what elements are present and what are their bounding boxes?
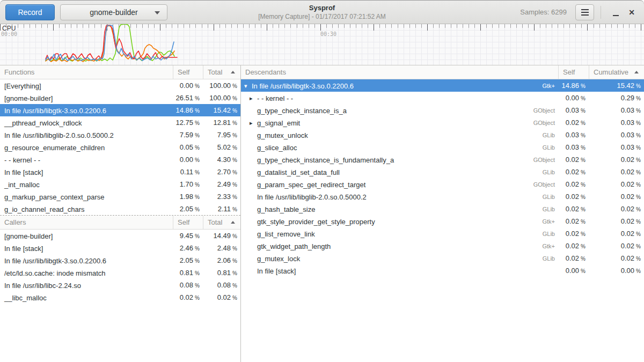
function-name: - - kernel - - — [257, 92, 293, 105]
descendants-table-row[interactable]: g_list_remove_linkGLib0.02%0.02% — [241, 227, 644, 240]
functions-table-row[interactable]: _int_malloc1.70%2.49% — [0, 178, 240, 190]
descendants-self-column-header[interactable]: Self — [558, 65, 589, 79]
function-name: In file [stack] — [0, 242, 173, 255]
function-name: g_hash_table_size — [257, 203, 315, 216]
callers-total-column-header[interactable]: Total — [203, 216, 240, 229]
functions-table-row[interactable]: g_resource_enumerate_children0.05%5.02% — [0, 141, 240, 153]
descendants-table-row[interactable]: g_mutex_lockGLib0.02%0.02% — [241, 252, 644, 264]
total-percent: 5.02% — [203, 141, 240, 154]
functions-table-row[interactable]: g_markup_parse_context_parse1.98%2.33% — [0, 190, 240, 203]
descendants-table-row[interactable]: g_param_spec_get_redirect_targetGObject0… — [241, 178, 644, 190]
functions-table-row[interactable]: [gnome-builder]26.51%100.00% — [0, 92, 240, 104]
functions-table-row[interactable]: g_io_channel_read_chars2.05%2.11% — [0, 203, 240, 215]
functions-column-header[interactable]: Functions — [0, 65, 173, 79]
function-name: __libc_malloc — [0, 292, 173, 304]
descendants-table-row[interactable]: In file [stack]0.00%0.00% — [241, 264, 644, 277]
percent-sign: % — [636, 231, 641, 237]
percent-sign: % — [232, 206, 237, 212]
cpu-timeline-graph[interactable]: CPU 00:00 00:30 — [0, 24, 644, 65]
function-name: gtk_style_provider_get_style_property — [257, 216, 375, 228]
function-name: g_param_spec_get_redirect_target — [257, 179, 365, 191]
callers-table-row[interactable]: __libc_malloc0.02%0.02% — [0, 291, 240, 304]
callers-self-column-header[interactable]: Self — [173, 216, 203, 229]
cumulative-percent: 0.03% — [589, 116, 644, 129]
sort-ascending-icon — [634, 71, 639, 73]
menu-button[interactable] — [575, 4, 594, 20]
total-percent: 2.70% — [203, 166, 240, 179]
function-name: gtk_widget_path_length — [257, 240, 331, 253]
functions-self-column-header[interactable]: Self — [173, 65, 203, 79]
function-name-cell: ▾In file /usr/lib/libgtk-3.so.0.2200.6Gt… — [241, 80, 558, 92]
percent-sign: % — [581, 169, 586, 175]
target-process-dropdown[interactable]: gnome-builder — [60, 4, 167, 20]
callers-table-row[interactable]: In file /usr/lib/libc-2.24.so0.08%0.08% — [0, 279, 240, 291]
percent-sign: % — [636, 268, 641, 274]
function-name: In file /usr/lib/libc-2.24.so — [0, 279, 173, 292]
function-name: In file /usr/lib/libglib-2.0.so.0.5000.2 — [257, 191, 367, 203]
functions-table-row[interactable]: In file [stack]0.11%2.70% — [0, 166, 240, 178]
descendants-column-header[interactable]: Descendants — [241, 65, 558, 79]
cumulative-percent: 0.02% — [589, 166, 644, 179]
functions-table-row[interactable]: [Everything]0.00%100.00% — [0, 79, 240, 92]
expander-closed-icon[interactable]: ▸ — [250, 117, 257, 129]
percent-sign: % — [581, 219, 586, 225]
descendants-table-row[interactable]: g_type_check_instance_is_aGObject0.03%0.… — [241, 104, 644, 116]
percent-sign: % — [581, 194, 586, 200]
descendants-table-row[interactable]: g_hash_table_sizeGLib0.02%0.02% — [241, 203, 644, 215]
descendants-pane: Descendants Self Cumulative ▾In file /us… — [241, 65, 644, 362]
function-name: g_slice_alloc — [257, 142, 297, 154]
expander-closed-icon[interactable]: ▸ — [250, 92, 257, 105]
callers-column-header[interactable]: Callers — [0, 216, 173, 229]
functions-table-row[interactable]: - - kernel - -0.00%4.30% — [0, 153, 240, 166]
percent-sign: % — [581, 132, 586, 138]
self-percent: 0.02% — [558, 203, 589, 216]
function-name: [gnome-builder] — [0, 92, 173, 105]
function-name: g_type_check_instance_is_fundamentally_a — [257, 154, 394, 166]
callers-table-row[interactable]: [gnome-builder]9.45%14.49% — [0, 230, 240, 242]
self-percent: 9.45% — [173, 230, 203, 242]
callers-table-row[interactable]: In file [stack]2.46%2.48% — [0, 242, 240, 254]
functions-table-row[interactable]: In file /usr/lib/libglib-2.0.so.0.5000.2… — [0, 129, 240, 141]
self-percent: 12.75% — [173, 116, 203, 129]
functions-table-row[interactable]: __pthread_rwlock_rdlock12.75%12.81% — [0, 116, 240, 129]
functions-table-row[interactable]: In file /usr/lib/libgtk-3.so.0.2200.614.… — [0, 104, 240, 116]
total-percent: 14.49% — [203, 230, 240, 242]
functions-total-column-header[interactable]: Total — [203, 65, 240, 79]
descendants-table-row[interactable]: g_datalist_id_set_data_fullGLib0.02%0.02… — [241, 166, 644, 178]
percent-sign: % — [581, 157, 586, 163]
percent-sign: % — [195, 283, 200, 289]
self-percent: 26.51% — [173, 92, 203, 105]
percent-sign: % — [636, 243, 641, 249]
header-right-controls: Samples: 6299 ✕ — [520, 4, 640, 20]
descendants-table-row[interactable]: g_type_check_instance_is_fundamentally_a… — [241, 153, 644, 166]
close-button[interactable]: ✕ — [624, 4, 640, 20]
descendants-table-row[interactable]: ▾In file /usr/lib/libgtk-3.so.0.2200.6Gt… — [241, 79, 644, 92]
record-button[interactable]: Record — [5, 4, 55, 20]
descendants-table-row[interactable]: g_mutex_unlockGLib0.03%0.03% — [241, 129, 644, 141]
minimize-button[interactable] — [608, 4, 624, 20]
self-percent: 7.59% — [173, 129, 203, 142]
percent-sign: % — [581, 206, 586, 212]
self-percent: 0.03% — [558, 141, 589, 154]
descendants-table-row[interactable]: ▸g_signal_emitGObject0.02%0.03% — [241, 116, 644, 129]
descendants-table-row[interactable]: gtk_style_provider_get_style_propertyGtk… — [241, 215, 644, 227]
cumulative-percent: 0.29% — [589, 92, 644, 105]
self-percent: 0.02% — [558, 153, 589, 166]
percent-sign: % — [581, 231, 586, 237]
descendants-table-row[interactable]: gtk_widget_path_lengthGtk+0.02%0.02% — [241, 240, 644, 252]
cumulative-percent: 0.02% — [589, 227, 644, 240]
library-badge: GLib — [543, 203, 558, 216]
function-name: g_datalist_id_set_data_full — [257, 166, 340, 179]
percent-sign: % — [232, 246, 237, 252]
expander-open-icon[interactable]: ▾ — [244, 80, 252, 92]
descendants-table-row[interactable]: In file /usr/lib/libglib-2.0.so.0.5000.2… — [241, 190, 644, 203]
descendants-table-row[interactable]: g_slice_allocGLib0.03%0.03% — [241, 141, 644, 153]
cumulative-percent: 0.03% — [589, 129, 644, 142]
callers-table-row[interactable]: In file /usr/lib/libgtk-3.so.0.2200.62.0… — [0, 254, 240, 267]
self-percent: 0.02% — [558, 227, 589, 240]
callers-table-row[interactable]: /etc/ld.so.cache: inode mismatch0.81%0.8… — [0, 267, 240, 279]
descendants-table-row[interactable]: ▸- - kernel - -0.00%0.29% — [241, 92, 644, 104]
function-name-cell: g_mutex_lockGLib — [241, 253, 558, 265]
descendants-cumulative-column-header[interactable]: Cumulative — [589, 65, 644, 79]
percent-sign: % — [636, 108, 641, 114]
